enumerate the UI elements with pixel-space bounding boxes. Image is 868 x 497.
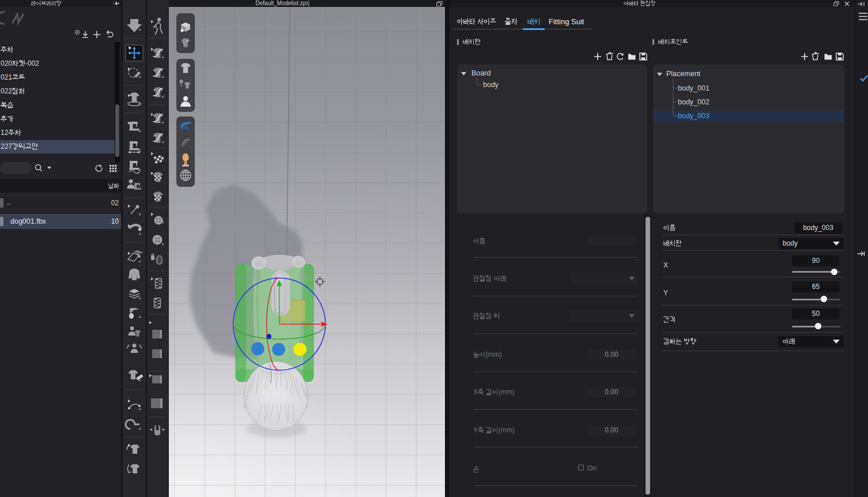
svg-text:On: On xyxy=(587,464,597,472)
svg-text:Y: Y xyxy=(663,289,668,297)
svg-text:X: X xyxy=(663,261,668,269)
svg-text:Y: Y xyxy=(473,426,478,434)
svg-text:(mm): (mm) xyxy=(486,351,502,359)
svg-text:(mm): (mm) xyxy=(499,388,515,396)
svg-text:(mm): (mm) xyxy=(499,426,515,434)
svg-text:X: X xyxy=(473,388,478,396)
